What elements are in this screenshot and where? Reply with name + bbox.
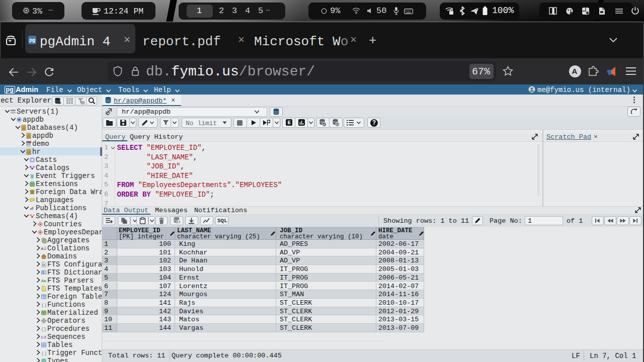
svg-text:A: A (41, 246, 44, 251)
svg-text:(): () (41, 351, 47, 356)
svg-text:1.3: 1.3 (41, 335, 46, 339)
svg-text:{}: {} (41, 327, 47, 332)
svg-text:(): () (41, 303, 47, 308)
svg-text:Aa: Aa (41, 279, 46, 283)
